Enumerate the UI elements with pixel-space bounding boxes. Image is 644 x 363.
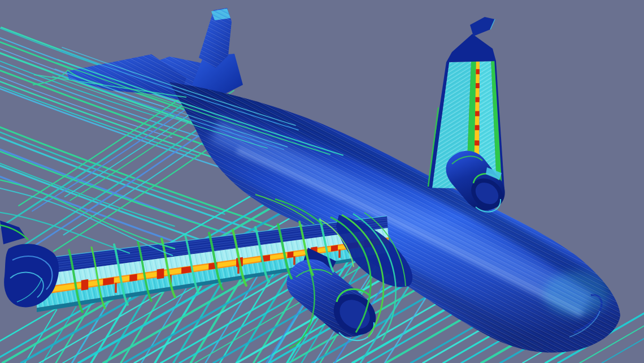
cfd-render: CFD visualization of an airliner with ve… [0,0,644,363]
red-tick [237,265,240,274]
leading-edge-red-dash [288,252,294,258]
rwing-red-dash [476,69,480,74]
leading-edge-red-dash [129,274,137,282]
rwing-red-dash [475,140,479,145]
leading-edge-red-dash [331,245,338,251]
rwing-red-dash [475,97,479,102]
leading-edge-red-dash [157,269,164,279]
rwing-red-dash [475,125,480,130]
red-tick [338,249,341,258]
rwing-red-dash [476,83,480,88]
rwing-red-dash [475,111,480,116]
red-tick [293,256,295,265]
cfd-visualization-stage: CFD visualization of an airliner with ve… [0,0,644,363]
leading-edge-red-dash [81,279,88,291]
red-tick [115,283,117,293]
